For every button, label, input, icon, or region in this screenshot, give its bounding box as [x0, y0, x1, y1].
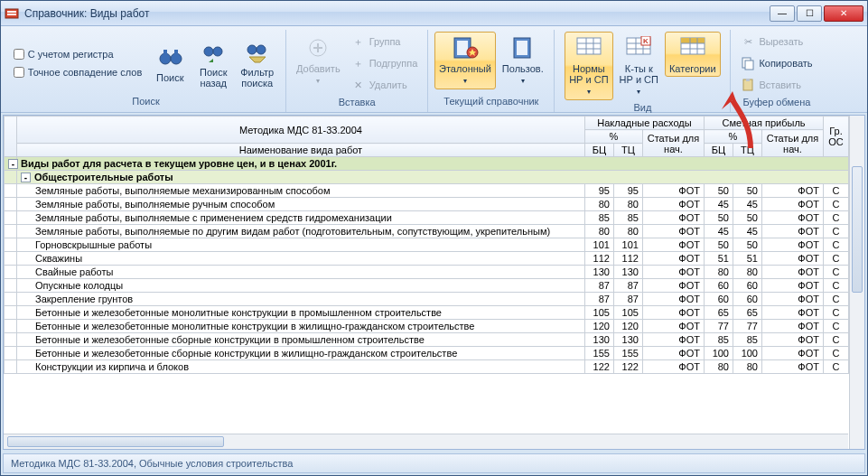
copy-label: Копировать: [759, 58, 812, 69]
case-checkbox-row[interactable]: С учетом регистра: [14, 46, 142, 62]
table-row[interactable]: Земляные работы, выполняемые с применени…: [5, 211, 849, 225]
maximize-button[interactable]: ☐: [797, 5, 822, 22]
sp-art-header: Статьи для нач.: [761, 130, 823, 157]
delete-label: Удалить: [369, 79, 407, 90]
svg-rect-17: [517, 41, 527, 55]
delete-button[interactable]: ✕ Удалить: [347, 75, 423, 95]
binoculars-back-icon: [199, 38, 228, 65]
case-checkbox[interactable]: [14, 49, 24, 60]
svg-rect-5: [163, 50, 167, 55]
horizontal-scrollbar[interactable]: [4, 434, 848, 449]
plus-icon: [303, 34, 332, 61]
search-filter-label: Фильтр поиска: [240, 67, 274, 89]
cut-button[interactable]: ✂ Вырезать: [736, 32, 817, 51]
nr-bc-header: БЦ: [584, 144, 613, 157]
table-row[interactable]: Скважины112112ФОТ5151ФОТС: [5, 252, 849, 266]
method-header: Методика МДС 81-33.2004: [17, 117, 585, 144]
search-button[interactable]: Поиск: [149, 41, 191, 86]
table-color-icon: [678, 34, 707, 61]
sp-bc-header: БЦ: [704, 144, 733, 157]
table-row[interactable]: Закрепление грунтов8787ФОТ6060ФОТС: [5, 293, 849, 306]
exact-checkbox-row[interactable]: Точное совпадение слов: [14, 64, 142, 80]
search-group-label: Поиск: [12, 94, 280, 110]
ribbon: С учетом регистра Точное совпадение слов…: [1, 26, 867, 113]
delete-x-icon: ✕: [351, 78, 366, 92]
paste-button[interactable]: Вставить: [736, 75, 817, 95]
directory-group-label: Текущий справочник: [434, 94, 548, 110]
search-filter-button[interactable]: Фильтр поиска: [236, 35, 278, 91]
table-row[interactable]: Земляные работы, выполняемые механизиров…: [5, 184, 849, 198]
binoculars-icon: [155, 43, 184, 70]
norms-button[interactable]: Нормы НР и СП ▾: [565, 32, 612, 100]
search-label: Поиск: [156, 72, 183, 83]
add-label: Добавить: [296, 63, 341, 74]
categories-label: Категории: [669, 63, 716, 74]
tree-toggle-icon[interactable]: -: [8, 159, 18, 169]
exact-checkbox[interactable]: [14, 67, 24, 78]
section-row[interactable]: -Общестроительные работы: [5, 171, 849, 184]
filter-icon: [243, 38, 272, 65]
group-button[interactable]: ＋ Группа: [347, 32, 423, 51]
table-row[interactable]: Бетонные и железобетонные сборные констр…: [5, 347, 849, 360]
cut-label: Вырезать: [759, 36, 803, 47]
window-title: Справочник: Виды работ: [24, 7, 149, 20]
group-plus-icon: ＋: [351, 34, 366, 49]
norms-label: Нормы НР и СП: [569, 63, 608, 85]
copy-button[interactable]: Копировать: [736, 53, 817, 73]
search-back-button[interactable]: Поиск назад: [192, 35, 234, 91]
table-row[interactable]: Свайные работы130130ФОТ8080ФОТС: [5, 266, 849, 279]
table-row[interactable]: Опускные колодцы8787ФОТ6060ФОТС: [5, 279, 849, 293]
table-k-icon: K: [624, 34, 653, 61]
exact-label: Точное совпадение слов: [28, 67, 142, 78]
svg-rect-13: [457, 41, 468, 55]
search-back-label: Поиск назад: [200, 67, 227, 89]
book-icon: [509, 34, 537, 61]
table-row[interactable]: Земляные работы, выполняемые ручным спос…: [5, 198, 849, 211]
coef-button[interactable]: K К-ты к НР и СП ▾: [615, 32, 663, 100]
scissors-icon: ✂: [741, 34, 755, 49]
svg-rect-2: [7, 14, 16, 15]
table-row[interactable]: Бетонные и железобетонные монолитные кон…: [5, 306, 849, 320]
nr-header: Накладные расходы: [584, 117, 704, 130]
ref-directory-button[interactable]: Эталонный ▾: [434, 32, 496, 89]
app-icon: [5, 6, 19, 21]
sp-tc-header: ТЦ: [733, 144, 761, 157]
clipboard-icon: [741, 78, 755, 92]
tree-toggle-icon[interactable]: -: [21, 173, 31, 182]
table-row[interactable]: Бетонные и железобетонные сборные констр…: [5, 333, 849, 347]
table-icon: [574, 34, 603, 61]
svg-rect-23: [681, 38, 705, 43]
categories-button[interactable]: Категории: [665, 32, 721, 77]
svg-point-9: [247, 45, 257, 54]
view-group-label: Вид: [560, 100, 724, 115]
table-row[interactable]: Конструкции из кирпича и блоков122122ФОТ…: [5, 360, 849, 374]
statusbar: Методика МДС 81-33.2004, Обычные условия…: [3, 453, 865, 473]
case-label: С учетом регистра: [28, 49, 114, 60]
ref-directory-label: Эталонный: [439, 63, 491, 74]
nr-pct-header: %: [584, 130, 642, 144]
data-grid[interactable]: Методика МДС 81-33.2004 Накладные расход…: [4, 116, 849, 374]
table-row[interactable]: Горновскрышные работы101101ФОТ5050ФОТС: [5, 238, 849, 252]
section-row[interactable]: -Виды работ для расчета в текущем уровне…: [5, 157, 849, 171]
titlebar: Справочник: Виды работ — ☐ ✕: [1, 1, 867, 26]
nr-art-header: Статьи для нач.: [642, 130, 704, 157]
user-directory-button[interactable]: Пользов. ▾: [498, 32, 548, 89]
subgroup-button[interactable]: ＋ Подгруппа: [347, 53, 423, 73]
copy-icon: [741, 56, 755, 70]
add-button[interactable]: Добавить ▾: [292, 32, 345, 89]
sp-pct-header: %: [704, 130, 761, 144]
svg-rect-6: [174, 50, 178, 55]
sp-header: Сметная прибыль: [704, 117, 823, 130]
svg-point-10: [257, 45, 266, 54]
table-row[interactable]: Бетонные и железобетонные монолитные кон…: [5, 320, 849, 333]
svg-rect-18: [577, 38, 601, 54]
minimize-button[interactable]: —: [770, 5, 795, 22]
svg-point-8: [213, 47, 222, 56]
close-button[interactable]: ✕: [824, 5, 863, 22]
vertical-scrollbar[interactable]: [849, 116, 864, 449]
clip-group-label: Буфер обмена: [736, 95, 817, 110]
name-header: Наименование вида работ: [17, 144, 585, 157]
user-directory-label: Пользов.: [502, 63, 544, 74]
table-row[interactable]: Земляные работы, выполняемые по другим в…: [5, 225, 849, 238]
paste-label: Вставить: [759, 79, 801, 90]
